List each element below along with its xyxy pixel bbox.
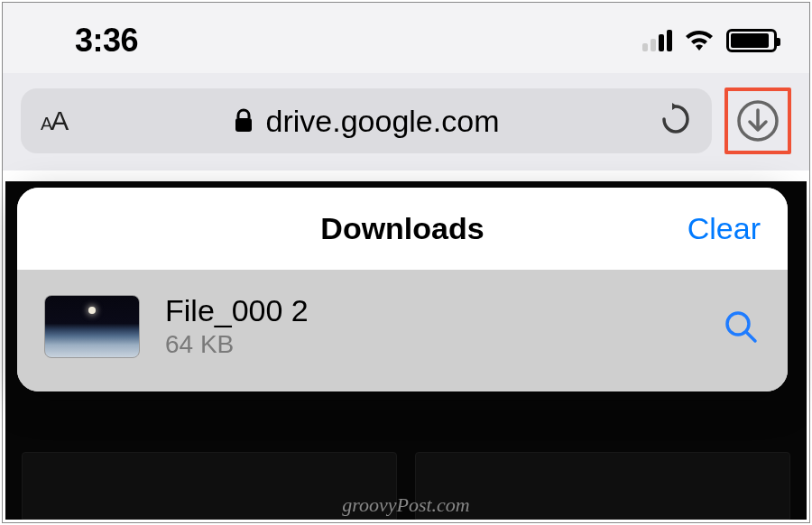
wifi-icon [683,29,715,52]
cellular-icon [642,30,672,51]
popover-header: Downloads Clear [17,188,788,270]
clear-button[interactable]: Clear [687,211,761,246]
lock-icon [234,108,254,134]
popover-title: Downloads [17,211,788,246]
download-meta: File_000 2 64 KB [165,293,696,359]
status-time: 3:36 [75,22,138,60]
reveal-in-finder-button[interactable] [721,307,761,346]
watermark: groovyPost.com [3,493,809,517]
browser-toolbar: AA drive.google.com [3,73,809,170]
download-list: File_000 2 64 KB [17,270,788,391]
text-size-button[interactable]: AA [41,106,67,136]
status-bar: 3:36 [3,3,809,73]
download-thumbnail [44,295,140,358]
battery-icon [726,29,777,52]
downloads-button[interactable] [724,88,791,154]
url-bar[interactable]: AA drive.google.com [21,88,712,153]
download-file-name: File_000 2 [165,293,696,328]
status-indicators [642,29,777,52]
download-item[interactable]: File_000 2 64 KB [17,270,788,391]
svg-rect-0 [235,118,252,132]
url-text: drive.google.com [266,104,500,139]
downloads-popover: Downloads Clear File_000 2 64 KB [17,188,788,391]
reload-button[interactable] [660,101,692,141]
download-file-size: 64 KB [165,330,696,359]
